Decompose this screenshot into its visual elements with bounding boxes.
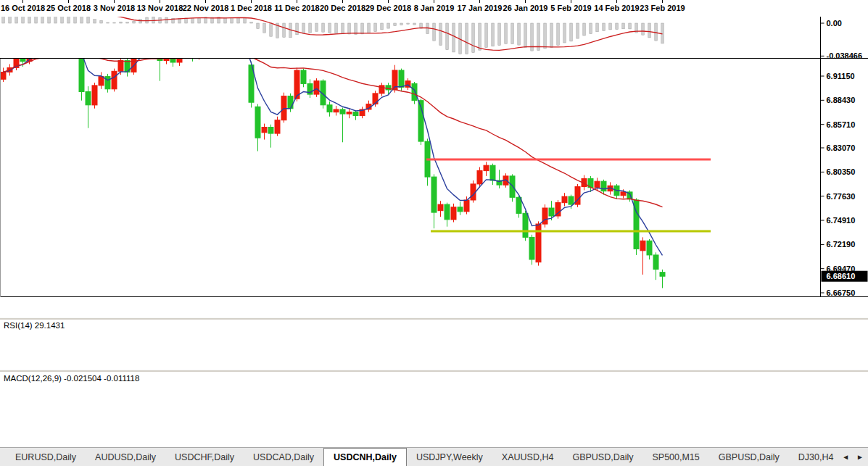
mt4-chart-window: M30H1H4D1W1MN 6.993106.965906.938706.911…	[0, 0, 868, 466]
date-axis: 16 Oct 201825 Oct 20183 Nov 201813 Nov 2…	[0, 0, 868, 20]
svg-text:6.83070: 6.83070	[827, 143, 856, 152]
tab-scroll-buttons: ◄►	[838, 448, 868, 466]
svg-text:-0.038466: -0.038466	[827, 51, 863, 59]
svg-text:6.88430: 6.88430	[827, 96, 856, 104]
date-axis-svg: 16 Oct 201825 Oct 20183 Nov 201813 Nov 2…	[0, 0, 868, 17]
svg-text:6.66750: 6.66750	[827, 288, 856, 297]
chart-tab-sp500-m15[interactable]: SP500,M15	[642, 448, 708, 466]
chart-tab-eurusd-daily[interactable]: EURUSD,Daily	[6, 448, 86, 466]
svg-text:20 Dec 2018: 20 Dec 2018	[320, 4, 365, 12]
svg-text:0.00: 0.00	[827, 19, 842, 28]
svg-text:29 Dec 2018: 29 Dec 2018	[365, 4, 411, 12]
svg-text:22 Nov 2018: 22 Nov 2018	[183, 4, 229, 12]
scroll-right-icon[interactable]: ►	[856, 454, 864, 461]
chart-tab-usdchf-daily[interactable]: USDCHF,Daily	[165, 448, 244, 466]
chart-tab-usdcad-daily[interactable]: USDCAD,Daily	[244, 448, 323, 466]
panel-divider[interactable]	[0, 317, 868, 320]
chart-tab-audusd-daily[interactable]: AUDUSD,Daily	[86, 448, 165, 466]
svg-text:26 Jan 2019: 26 Jan 2019	[503, 4, 548, 12]
chart-tab-dj30-h4[interactable]: DJ30,H4	[789, 448, 838, 466]
macd-indicator-label: MACD(12,26,9) -0.021504 -0.011118	[4, 374, 139, 383]
svg-text:5 Feb 2019: 5 Feb 2019	[550, 4, 591, 12]
chart-tab-gbpusd-daily[interactable]: GBPUSD,Daily	[709, 448, 789, 466]
svg-text:25 Oct 2018: 25 Oct 2018	[46, 4, 91, 12]
svg-text:6.68610: 6.68610	[827, 272, 856, 280]
svg-text:6.85710: 6.85710	[827, 120, 856, 129]
svg-text:14 Feb 2019: 14 Feb 2019	[594, 4, 639, 12]
panel-divider[interactable]	[0, 370, 868, 372]
symbol-tab-bar: EURUSD,DailyAUDUSD,DailyUSDCHF,DailyUSDC…	[0, 447, 868, 466]
svg-text:6.80350: 6.80350	[827, 167, 856, 176]
svg-text:8 Jan 2019: 8 Jan 2019	[414, 4, 455, 12]
svg-text:17 Jan 2019: 17 Jan 2019	[458, 4, 503, 12]
svg-text:13 Nov 2018: 13 Nov 2018	[137, 4, 183, 12]
svg-text:11 Dec 2018: 11 Dec 2018	[274, 4, 319, 12]
svg-text:6.91150: 6.91150	[827, 72, 855, 80]
svg-text:6.77630: 6.77630	[827, 192, 856, 201]
svg-text:3 Nov 2018: 3 Nov 2018	[94, 4, 135, 12]
svg-text:6.72190: 6.72190	[827, 240, 856, 249]
symbol-tabs: EURUSD,DailyAUDUSD,DailyUSDCHF,DailyUSDC…	[0, 448, 838, 466]
svg-text:23 Feb 2019: 23 Feb 2019	[640, 4, 685, 12]
scroll-left-icon[interactable]: ◄	[842, 454, 849, 461]
chart-tab-xauusd-h4[interactable]: XAUUSD,H4	[492, 448, 563, 466]
svg-text:1 Dec 2018: 1 Dec 2018	[231, 4, 272, 12]
chart-tab-usdjpy-weekly[interactable]: USDJPY,Weekly	[407, 448, 492, 466]
chart-tab-gbpusd-daily[interactable]: GBPUSD,Daily	[563, 448, 642, 466]
svg-text:16 Oct 2018: 16 Oct 2018	[1, 4, 45, 12]
rsi-indicator-label: RSI(14) 29.1431	[4, 321, 65, 330]
svg-text:6.74910: 6.74910	[827, 216, 856, 225]
chart-tab-usdcnh-daily[interactable]: USDCNH,Daily	[323, 448, 407, 466]
